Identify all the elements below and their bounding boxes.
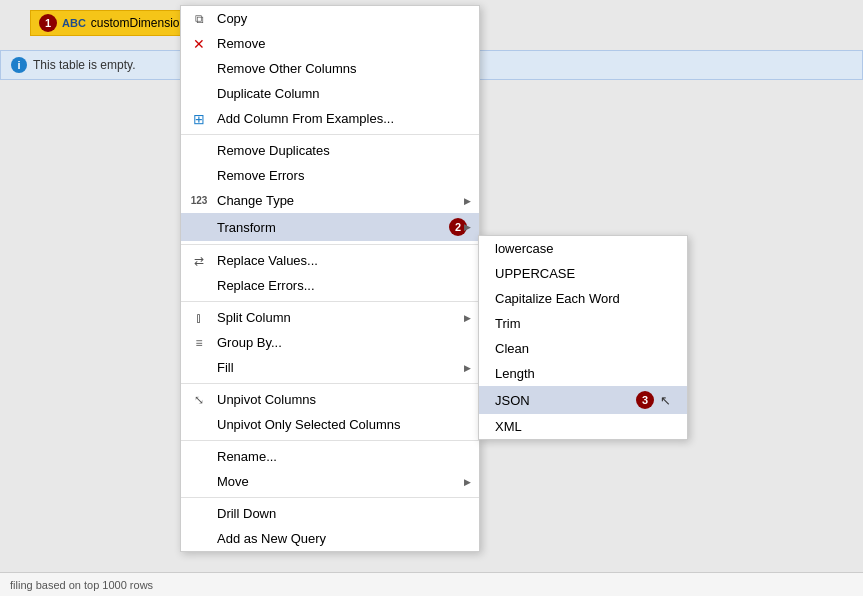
- submenu-item-json[interactable]: JSON 3 ↖: [479, 386, 687, 414]
- unpivot-only-label: Unpivot Only Selected Columns: [217, 417, 467, 432]
- add-new-query-label: Add as New Query: [217, 531, 467, 546]
- step-badge-2: 2: [449, 218, 467, 236]
- menu-item-move[interactable]: Move: [181, 469, 479, 494]
- json-label: JSON: [495, 393, 530, 408]
- change-type-icon: 123: [189, 195, 209, 206]
- separator-6: [181, 497, 479, 498]
- remove-other-label: Remove Other Columns: [217, 61, 467, 76]
- submenu-item-xml[interactable]: XML: [479, 414, 687, 439]
- separator-3: [181, 301, 479, 302]
- replace-values-icon: ⇄: [189, 254, 209, 268]
- transform-label: Transform: [217, 220, 437, 235]
- menu-item-remove-other-columns[interactable]: Remove Other Columns: [181, 56, 479, 81]
- remove-duplicates-label: Remove Duplicates: [217, 143, 467, 158]
- add-column-icon: ⊞: [189, 111, 209, 127]
- info-text: This table is empty.: [33, 58, 135, 72]
- menu-item-duplicate-column[interactable]: Duplicate Column: [181, 81, 479, 106]
- unpivot-label: Unpivot Columns: [217, 392, 467, 407]
- step-badge-3: 3: [636, 391, 654, 409]
- duplicate-label: Duplicate Column: [217, 86, 467, 101]
- clean-label: Clean: [495, 341, 529, 356]
- change-type-label: Change Type: [217, 193, 467, 208]
- capitalize-label: Capitalize Each Word: [495, 291, 620, 306]
- split-column-icon: ⫿: [189, 311, 209, 325]
- split-column-label: Split Column: [217, 310, 467, 325]
- menu-item-unpivot-only[interactable]: Unpivot Only Selected Columns: [181, 412, 479, 437]
- separator-2: [181, 244, 479, 245]
- background: 1 ABC customDimensions ▼ i This table is…: [0, 0, 863, 596]
- submenu-item-capitalize[interactable]: Capitalize Each Word: [479, 286, 687, 311]
- step-badge-1: 1: [39, 14, 57, 32]
- menu-item-copy[interactable]: ⧉ Copy: [181, 6, 479, 31]
- menu-item-change-type[interactable]: 123 Change Type: [181, 188, 479, 213]
- menu-item-unpivot-columns[interactable]: ⤡ Unpivot Columns: [181, 387, 479, 412]
- remove-label: Remove: [217, 36, 467, 51]
- separator-1: [181, 134, 479, 135]
- lowercase-label: lowercase: [495, 241, 554, 256]
- menu-item-add-column[interactable]: ⊞ Add Column From Examples...: [181, 106, 479, 131]
- menu-item-remove-errors[interactable]: Remove Errors: [181, 163, 479, 188]
- column-name-label: customDimensions: [91, 16, 192, 30]
- menu-item-replace-errors[interactable]: Replace Errors...: [181, 273, 479, 298]
- abc-type-icon: ABC: [62, 17, 86, 29]
- trim-label: Trim: [495, 316, 521, 331]
- menu-item-add-new-query[interactable]: Add as New Query: [181, 526, 479, 551]
- menu-item-drill-down[interactable]: Drill Down: [181, 501, 479, 526]
- submenu-item-trim[interactable]: Trim: [479, 311, 687, 336]
- rename-label: Rename...: [217, 449, 467, 464]
- menu-item-remove[interactable]: ✕ Remove: [181, 31, 479, 56]
- drill-down-label: Drill Down: [217, 506, 467, 521]
- submenu-item-uppercase[interactable]: UPPERCASE: [479, 261, 687, 286]
- remove-errors-label: Remove Errors: [217, 168, 467, 183]
- uppercase-label: UPPERCASE: [495, 266, 575, 281]
- submenu-item-clean[interactable]: Clean: [479, 336, 687, 361]
- add-column-label: Add Column From Examples...: [217, 111, 467, 126]
- cursor-icon: ↖: [660, 393, 671, 408]
- submenu-item-length[interactable]: Length: [479, 361, 687, 386]
- menu-item-transform[interactable]: Transform 2: [181, 213, 479, 241]
- menu-item-split-column[interactable]: ⫿ Split Column: [181, 305, 479, 330]
- separator-4: [181, 383, 479, 384]
- copy-icon: ⧉: [189, 12, 209, 26]
- menu-item-fill[interactable]: Fill: [181, 355, 479, 380]
- replace-values-label: Replace Values...: [217, 253, 467, 268]
- move-label: Move: [217, 474, 467, 489]
- copy-label: Copy: [217, 11, 467, 26]
- menu-item-group-by[interactable]: ≡ Group By...: [181, 330, 479, 355]
- info-icon: i: [11, 57, 27, 73]
- submenu-item-lowercase[interactable]: lowercase: [479, 236, 687, 261]
- status-text: filing based on top 1000 rows: [10, 579, 153, 591]
- group-by-icon: ≡: [189, 336, 209, 350]
- context-menu: ⧉ Copy ✕ Remove Remove Other Columns Dup…: [180, 5, 480, 552]
- transform-submenu: lowercase UPPERCASE Capitalize Each Word…: [478, 235, 688, 440]
- length-label: Length: [495, 366, 535, 381]
- unpivot-icon: ⤡: [189, 393, 209, 407]
- menu-item-replace-values[interactable]: ⇄ Replace Values...: [181, 248, 479, 273]
- status-bar: filing based on top 1000 rows: [0, 572, 863, 596]
- xml-label: XML: [495, 419, 522, 434]
- fill-label: Fill: [217, 360, 467, 375]
- remove-icon: ✕: [189, 36, 209, 52]
- separator-5: [181, 440, 479, 441]
- group-by-label: Group By...: [217, 335, 467, 350]
- menu-item-rename[interactable]: Rename...: [181, 444, 479, 469]
- menu-item-remove-duplicates[interactable]: Remove Duplicates: [181, 138, 479, 163]
- replace-errors-label: Replace Errors...: [217, 278, 467, 293]
